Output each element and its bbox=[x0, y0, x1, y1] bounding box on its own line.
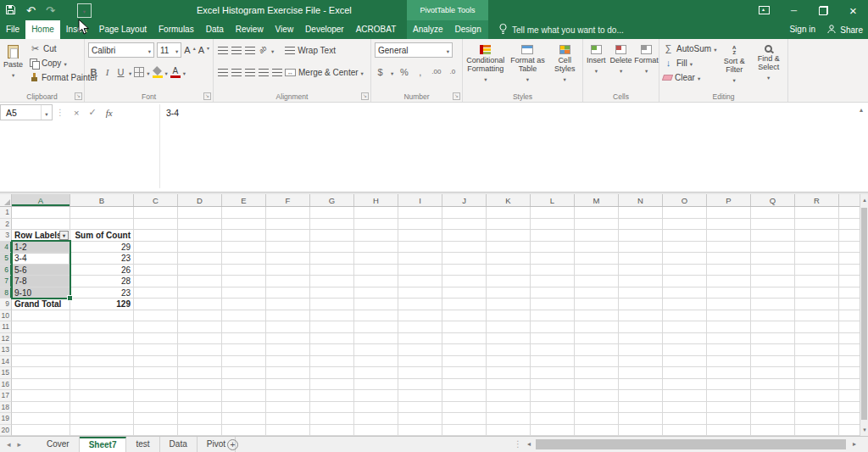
row-header-7[interactable]: 7 bbox=[0, 276, 12, 287]
row-header-4[interactable]: 4 bbox=[0, 242, 12, 254]
font-color-icon[interactable]: A bbox=[170, 67, 181, 78]
horizontal-scrollbar[interactable] bbox=[524, 437, 860, 452]
row-header-12[interactable]: 12 bbox=[0, 333, 12, 345]
conditional-formatting-button[interactable]: Conditional Formatting bbox=[465, 42, 507, 91]
increase-indent-icon[interactable] bbox=[271, 67, 282, 78]
sort-filter-button[interactable]: AZ Sort & Filter bbox=[717, 42, 752, 91]
formula-bar-grip-icon[interactable] bbox=[56, 108, 64, 117]
row-header-17[interactable]: 17 bbox=[0, 390, 12, 402]
sheet-tab-data[interactable]: Data bbox=[160, 437, 198, 452]
pivot-grand-total-row[interactable]: Grand Total 129 bbox=[12, 299, 134, 310]
prev-sheet-icon[interactable] bbox=[7, 440, 11, 449]
align-left-icon[interactable] bbox=[217, 67, 228, 78]
row-header-2[interactable]: 2 bbox=[0, 219, 12, 231]
column-header-J[interactable]: J bbox=[442, 194, 487, 206]
row-header-9[interactable]: 9 bbox=[0, 299, 12, 310]
paste-button[interactable]: Paste bbox=[2, 42, 25, 85]
column-header-A[interactable]: A bbox=[12, 194, 70, 206]
sheet-tab-sheet7[interactable]: Sheet7 bbox=[80, 437, 127, 452]
fill-color-icon[interactable] bbox=[153, 67, 163, 78]
row-header-13[interactable]: 13 bbox=[0, 344, 12, 356]
column-header-L[interactable]: L bbox=[531, 194, 575, 206]
column-header-M[interactable]: M bbox=[575, 194, 619, 206]
row-header-18[interactable]: 18 bbox=[0, 402, 12, 414]
decrease-font-size-icon[interactable]: A▾ bbox=[198, 45, 209, 55]
column-header-G[interactable]: G bbox=[310, 194, 354, 206]
accounting-format-dropdown-icon[interactable] bbox=[391, 68, 393, 77]
tab-formulas[interactable]: Formulas bbox=[153, 20, 200, 39]
align-center-icon[interactable] bbox=[231, 67, 242, 78]
cell-styles-button[interactable]: Cell Styles bbox=[548, 42, 581, 91]
insert-function-icon[interactable]: fx bbox=[106, 108, 113, 118]
fill-color-dropdown-icon[interactable] bbox=[165, 68, 168, 77]
horizontal-scroll-thumb[interactable] bbox=[536, 439, 846, 449]
borders-dropdown-icon[interactable] bbox=[147, 68, 149, 77]
column-header-B[interactable]: B bbox=[70, 194, 134, 206]
new-sheet-icon[interactable] bbox=[227, 439, 238, 450]
orientation-icon[interactable]: ab bbox=[258, 45, 269, 56]
vertical-scroll-thumb[interactable] bbox=[861, 208, 867, 420]
font-family-select[interactable]: Calibri bbox=[88, 42, 154, 58]
accounting-format-icon[interactable]: $ bbox=[375, 67, 386, 78]
tab-view[interactable]: View bbox=[270, 20, 300, 39]
tell-me-box[interactable]: Tell me what you want to do... bbox=[498, 20, 624, 39]
number-format-select[interactable]: General bbox=[375, 42, 453, 58]
delete-cells-button[interactable]: Delete bbox=[609, 42, 633, 91]
increase-decimal-icon[interactable]: .00 bbox=[431, 67, 442, 78]
wrap-text-button[interactable]: Wrap Text bbox=[298, 46, 336, 55]
tab-analyze[interactable]: Analyze bbox=[407, 20, 449, 39]
row-header-19[interactable]: 19 bbox=[0, 413, 12, 425]
row-header-5[interactable]: 5 bbox=[0, 253, 12, 265]
row-header-1[interactable]: 1 bbox=[0, 207, 12, 219]
column-header-O[interactable]: O bbox=[663, 194, 707, 206]
underline-dropdown-icon[interactable] bbox=[129, 68, 131, 77]
align-top-icon[interactable] bbox=[217, 45, 228, 56]
align-middle-icon[interactable] bbox=[231, 45, 242, 56]
restore-icon[interactable] bbox=[809, 0, 838, 20]
cancel-icon[interactable]: × bbox=[74, 108, 79, 118]
tab-home[interactable]: Home bbox=[25, 20, 60, 39]
next-sheet-icon[interactable] bbox=[18, 440, 22, 449]
font-color-dropdown-icon[interactable] bbox=[183, 68, 186, 77]
close-icon[interactable] bbox=[838, 0, 868, 20]
collapse-formula-bar-icon[interactable] bbox=[860, 106, 863, 114]
number-dialog-launcher-icon[interactable] bbox=[453, 92, 460, 100]
underline-icon[interactable]: U bbox=[115, 67, 126, 78]
row-header-10[interactable]: 10 bbox=[0, 310, 12, 322]
autosum-button[interactable]: ∑ AutoSum bbox=[661, 42, 717, 56]
align-bottom-icon[interactable] bbox=[244, 45, 255, 56]
copy-dropdown-icon[interactable] bbox=[64, 59, 66, 68]
column-header-R[interactable]: R bbox=[795, 194, 839, 206]
scroll-up-icon[interactable] bbox=[860, 194, 868, 206]
clear-button[interactable]: Clear bbox=[661, 70, 717, 85]
name-box[interactable]: A5 bbox=[0, 104, 53, 120]
increase-font-size-icon[interactable]: A▴ bbox=[184, 45, 195, 55]
merge-center-dropdown-icon[interactable] bbox=[361, 68, 364, 77]
format-as-table-button[interactable]: Format as Table bbox=[509, 42, 548, 91]
redo-icon[interactable]: ↷ bbox=[46, 5, 55, 16]
customize-quick-access-icon[interactable] bbox=[77, 3, 92, 18]
fill-button[interactable]: ↓ Fill bbox=[661, 56, 717, 70]
vertical-scrollbar[interactable] bbox=[860, 194, 868, 436]
column-header-P[interactable]: P bbox=[707, 194, 751, 206]
column-header-E[interactable]: E bbox=[222, 194, 266, 206]
sheet-tab-test[interactable]: test bbox=[126, 437, 159, 452]
tab-page-layout[interactable]: Page Layout bbox=[93, 20, 153, 39]
sign-in-button[interactable]: Sign in bbox=[789, 20, 815, 39]
filter-dropdown-icon[interactable] bbox=[59, 231, 69, 240]
share-button[interactable]: Share bbox=[826, 20, 863, 39]
insert-cells-button[interactable]: Insert bbox=[585, 42, 608, 91]
decrease-indent-icon[interactable] bbox=[258, 67, 269, 78]
ribbon-display-options-icon[interactable] bbox=[749, 0, 779, 20]
percent-style-icon[interactable]: % bbox=[398, 67, 409, 78]
column-header-Q[interactable]: Q bbox=[751, 194, 795, 206]
align-right-icon[interactable] bbox=[244, 67, 255, 78]
sheet-tab-cover[interactable]: Cover bbox=[37, 437, 80, 452]
orientation-dropdown-icon[interactable] bbox=[271, 46, 274, 55]
column-header-F[interactable]: F bbox=[266, 194, 310, 206]
bold-icon[interactable]: B bbox=[88, 67, 99, 78]
column-header-D[interactable]: D bbox=[178, 194, 222, 206]
row-header-11[interactable]: 11 bbox=[0, 321, 12, 333]
row-header-15[interactable]: 15 bbox=[0, 367, 12, 379]
tab-design[interactable]: Design bbox=[449, 20, 487, 39]
